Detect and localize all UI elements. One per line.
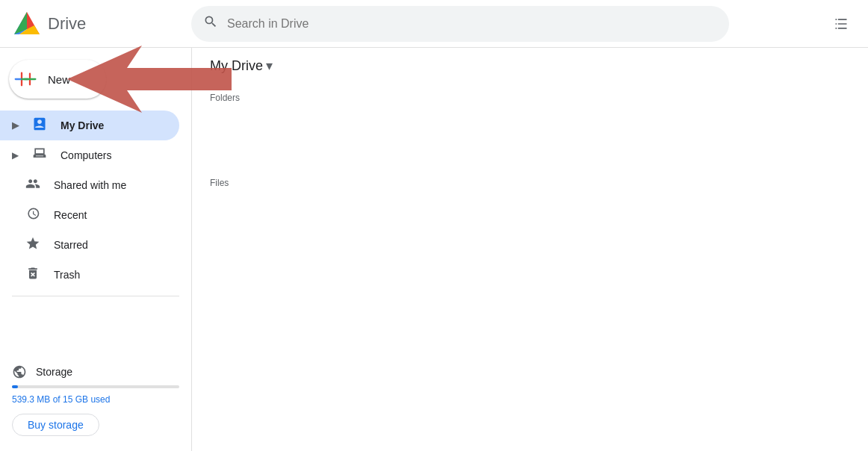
storage-section: Storage 539.3 MB of 15 GB used Buy stora… bbox=[0, 355, 191, 445]
search-bar[interactable] bbox=[191, 6, 729, 42]
sidebar-item-trash[interactable]: Trash bbox=[0, 260, 179, 290]
sidebar-item-recent-label: Recent bbox=[54, 209, 167, 221]
storage-label: Storage bbox=[12, 364, 179, 379]
sidebar-divider bbox=[12, 296, 179, 296]
sidebar-item-my-drive[interactable]: ▶ My Drive bbox=[0, 111, 179, 140]
header-right bbox=[826, 9, 856, 39]
title-dropdown-icon[interactable]: ▾ bbox=[266, 57, 273, 74]
search-icon bbox=[203, 14, 218, 33]
plus-icon bbox=[21, 70, 39, 88]
storage-total: 15 GB bbox=[63, 394, 88, 405]
page-title-text: My Drive bbox=[210, 58, 263, 74]
drive-logo-icon bbox=[12, 9, 42, 39]
recent-icon bbox=[24, 206, 42, 225]
shared-with-me-icon bbox=[24, 176, 42, 195]
storage-suffix: used bbox=[88, 394, 110, 405]
files-section-label: Files bbox=[192, 169, 868, 194]
storage-title: Storage bbox=[36, 366, 72, 378]
my-drive-icon bbox=[31, 116, 49, 135]
sidebar-item-shared-with-me[interactable]: Shared with me bbox=[0, 170, 179, 200]
page-title: My Drive ▾ bbox=[210, 57, 273, 74]
main-content-header: My Drive ▾ bbox=[192, 48, 868, 84]
header: Drive bbox=[0, 0, 868, 48]
expand-arrow-icon: ▶ bbox=[12, 120, 19, 131]
logo-area: Drive bbox=[12, 9, 191, 39]
new-button[interactable]: New bbox=[9, 60, 106, 99]
storage-icon bbox=[12, 364, 27, 379]
folders-area bbox=[192, 109, 868, 169]
storage-bar-fill bbox=[12, 385, 18, 388]
filter-button[interactable] bbox=[826, 9, 856, 39]
expand-arrow-computers-icon: ▶ bbox=[12, 150, 19, 161]
sidebar-item-starred[interactable]: Starred bbox=[0, 230, 179, 260]
sidebar-item-my-drive-label: My Drive bbox=[61, 119, 167, 131]
computers-icon bbox=[31, 146, 49, 165]
starred-icon bbox=[24, 236, 42, 255]
storage-usage-text: 539.3 MB of 15 GB used bbox=[12, 394, 179, 405]
search-input[interactable] bbox=[227, 17, 717, 31]
main-layout: New ▶ My Drive ▶ Computers Shared with m… bbox=[0, 48, 868, 451]
trash-icon bbox=[24, 266, 42, 284]
sidebar-item-starred-label: Starred bbox=[54, 239, 167, 251]
storage-bar-container bbox=[12, 385, 179, 388]
folders-section-label: Folders bbox=[192, 84, 868, 109]
sidebar-item-recent[interactable]: Recent bbox=[0, 200, 179, 230]
app-title: Drive bbox=[48, 14, 86, 34]
new-button-label: New bbox=[48, 73, 70, 86]
files-area bbox=[192, 194, 868, 343]
buy-storage-button[interactable]: Buy storage bbox=[12, 414, 99, 436]
storage-used: 539.3 MB of bbox=[12, 394, 63, 405]
sidebar-item-computers-label: Computers bbox=[61, 149, 167, 161]
sidebar-item-computers[interactable]: ▶ Computers bbox=[0, 140, 179, 170]
main-content: My Drive ▾ Folders Files bbox=[191, 48, 868, 451]
sidebar-item-shared-label: Shared with me bbox=[54, 179, 167, 191]
sidebar-item-trash-label: Trash bbox=[54, 269, 167, 281]
sidebar: New ▶ My Drive ▶ Computers Shared with m… bbox=[0, 48, 191, 451]
